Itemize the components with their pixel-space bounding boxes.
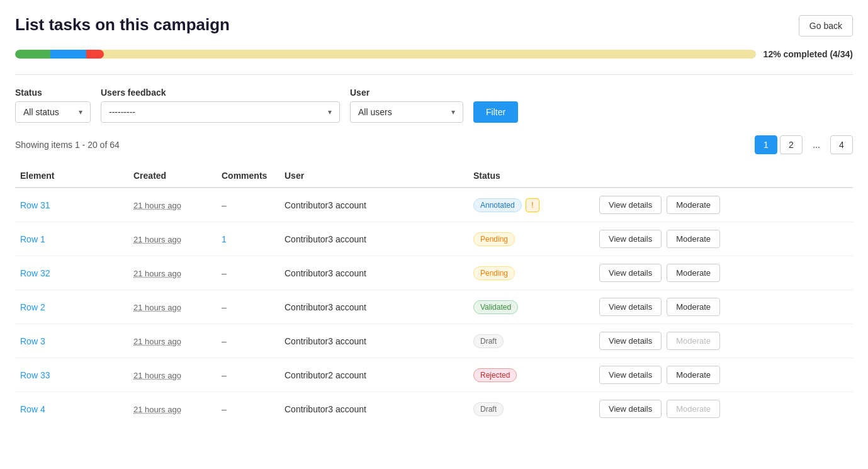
user-cell: Contributor2 account — [279, 358, 468, 392]
user-name: Contributor2 account — [285, 370, 366, 380]
view-details-button[interactable]: View details — [599, 366, 662, 384]
moderate-button: Moderate — [667, 332, 720, 350]
table-row: Row 3 21 hours ago – Contributor3 accoun… — [15, 324, 853, 358]
element-cell: Row 1 — [15, 222, 128, 256]
element-link[interactable]: Row 31 — [20, 200, 50, 210]
view-details-button[interactable]: View details — [599, 196, 662, 214]
created-time: 21 hours ago — [133, 371, 181, 380]
created-cell: 21 hours ago — [128, 392, 217, 426]
feedback-filter-label: Users feedback — [101, 88, 340, 98]
user-filter-value: All users — [358, 107, 392, 117]
created-time: 21 hours ago — [133, 235, 181, 244]
element-cell: Row 33 — [15, 358, 128, 392]
element-cell: Row 3 — [15, 324, 128, 358]
progress-bar-container: 12% completed (4/34) — [15, 49, 853, 59]
user-name: Contributor3 account — [285, 234, 366, 244]
user-name: Contributor3 account — [285, 336, 366, 346]
comments-cell: – — [217, 188, 279, 222]
tasks-table: Element Created Comments User Status Row… — [15, 164, 853, 426]
created-cell: 21 hours ago — [128, 290, 217, 324]
user-filter-group: User All users ▾ — [350, 88, 463, 123]
view-details-button[interactable]: View details — [599, 400, 662, 418]
filters-bar: Status All status ▾ Users feedback -----… — [15, 88, 853, 123]
page-title: List tasks on this campaign — [15, 15, 230, 35]
moderate-button[interactable]: Moderate — [667, 366, 720, 384]
table-row: Row 33 21 hours ago – Contributor2 accou… — [15, 358, 853, 392]
element-link[interactable]: Row 1 — [20, 234, 45, 244]
actions-cell: View details Moderate — [594, 324, 853, 358]
feedback-filter-value: --------- — [109, 107, 135, 117]
comment-value: – — [222, 336, 227, 346]
user-cell: Contributor3 account — [279, 324, 468, 358]
created-cell: 21 hours ago — [128, 358, 217, 392]
table-header-row: Element Created Comments User Status — [15, 164, 853, 188]
table-meta: Showing items 1 - 20 of 64 1 2 ... 4 — [15, 135, 853, 154]
comment-link[interactable]: 1 — [222, 234, 227, 244]
user-cell: Contributor3 account — [279, 290, 468, 324]
progress-track — [15, 50, 756, 59]
created-cell: 21 hours ago — [128, 256, 217, 290]
warning-icon: ! — [526, 198, 539, 212]
pagination: 1 2 ... 4 — [755, 135, 853, 154]
feedback-filter-select[interactable]: --------- ▾ — [101, 101, 340, 123]
view-details-button[interactable]: View details — [599, 264, 662, 282]
status-filter-group: Status All status ▾ — [15, 88, 91, 123]
moderate-button[interactable]: Moderate — [667, 264, 720, 282]
created-time: 21 hours ago — [133, 337, 181, 346]
page-button-4[interactable]: 4 — [830, 135, 853, 154]
progress-seg-green — [15, 50, 50, 59]
comment-value: – — [222, 404, 227, 414]
user-cell: Contributor3 account — [279, 392, 468, 426]
user-name: Contributor3 account — [285, 302, 366, 312]
view-details-button[interactable]: View details — [599, 332, 662, 350]
moderate-button[interactable]: Moderate — [667, 196, 720, 214]
view-details-button[interactable]: View details — [599, 298, 662, 316]
page-button-1[interactable]: 1 — [755, 135, 777, 154]
col-header-element: Element — [15, 164, 128, 188]
element-link[interactable]: Row 2 — [20, 302, 45, 312]
created-time: 21 hours ago — [133, 269, 181, 278]
user-cell: Contributor3 account — [279, 256, 468, 290]
page-ellipsis: ... — [805, 136, 828, 154]
status-badge: Draft — [473, 334, 504, 348]
element-cell: Row 4 — [15, 392, 128, 426]
comments-cell: – — [217, 358, 279, 392]
comments-cell: – — [217, 324, 279, 358]
element-link[interactable]: Row 4 — [20, 404, 45, 414]
created-time: 21 hours ago — [133, 201, 181, 210]
col-header-comments: Comments — [217, 164, 279, 188]
page-button-2[interactable]: 2 — [780, 135, 803, 154]
progress-seg-blue — [50, 50, 86, 59]
go-back-button[interactable]: Go back — [799, 15, 853, 37]
user-cell: Contributor3 account — [279, 222, 468, 256]
status-cell: Draft — [468, 324, 594, 358]
progress-label: 12% completed (4/34) — [764, 49, 853, 59]
view-details-button[interactable]: View details — [599, 230, 662, 248]
status-badge: Pending — [473, 266, 515, 280]
status-cell: Annotated ! — [468, 188, 594, 222]
col-header-actions — [594, 164, 853, 188]
moderate-button[interactable]: Moderate — [667, 230, 720, 248]
status-cell: Rejected — [468, 358, 594, 392]
moderate-button[interactable]: Moderate — [667, 298, 720, 316]
comments-cell: – — [217, 256, 279, 290]
chevron-down-icon: ▾ — [451, 108, 455, 116]
filter-button[interactable]: Filter — [473, 101, 518, 123]
status-filter-select[interactable]: All status ▾ — [15, 101, 91, 123]
table-row: Row 32 21 hours ago – Contributor3 accou… — [15, 256, 853, 290]
element-link[interactable]: Row 33 — [20, 370, 50, 380]
user-name: Contributor3 account — [285, 268, 366, 278]
comments-cell: – — [217, 392, 279, 426]
actions-cell: View details Moderate — [594, 222, 853, 256]
user-filter-select[interactable]: All users ▾ — [350, 101, 463, 123]
created-cell: 21 hours ago — [128, 222, 217, 256]
comments-cell: – — [217, 290, 279, 324]
status-badge: Pending — [473, 232, 515, 246]
status-badge: Validated — [473, 300, 518, 314]
col-header-status: Status — [468, 164, 594, 188]
moderate-button: Moderate — [667, 400, 720, 418]
element-link[interactable]: Row 3 — [20, 336, 45, 346]
element-link[interactable]: Row 32 — [20, 268, 50, 278]
status-filter-value: All status — [23, 107, 59, 117]
feedback-filter-group: Users feedback --------- ▾ — [101, 88, 340, 123]
